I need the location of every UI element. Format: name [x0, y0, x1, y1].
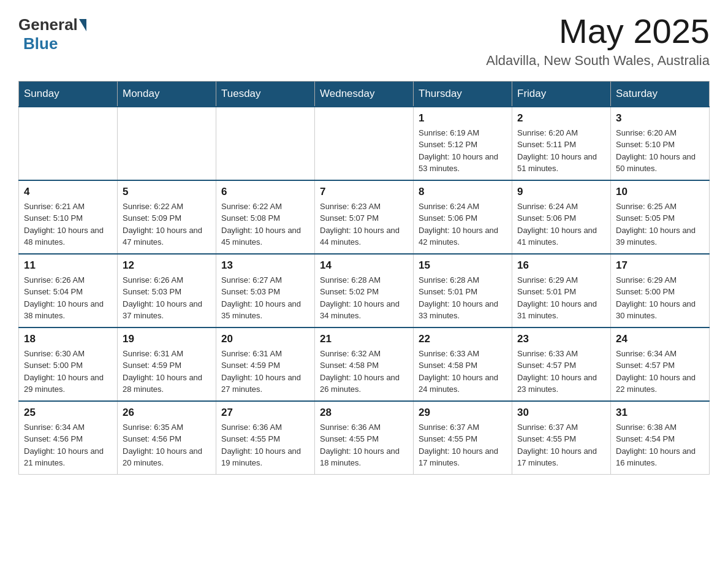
table-row: 19Sunrise: 6:31 AMSunset: 4:59 PMDayligh… [118, 327, 216, 401]
table-row: 30Sunrise: 6:37 AMSunset: 4:55 PMDayligh… [512, 401, 611, 475]
table-row: 12Sunrise: 6:26 AMSunset: 5:03 PMDayligh… [118, 254, 216, 327]
day-number: 29 [419, 407, 507, 419]
day-number: 15 [419, 259, 507, 272]
day-info: Sunrise: 6:29 AMSunset: 5:00 PMDaylight:… [616, 274, 704, 322]
day-number: 12 [123, 259, 211, 272]
location-subtitle: Aldavilla, New South Wales, Australia [486, 53, 710, 69]
logo: General Blue [18, 12, 88, 53]
day-info: Sunrise: 6:37 AMSunset: 4:55 PMDaylight:… [419, 421, 507, 469]
table-row: 7Sunrise: 6:23 AMSunset: 5:07 PMDaylight… [315, 180, 414, 254]
day-info: Sunrise: 6:20 AMSunset: 5:11 PMDaylight:… [517, 127, 605, 175]
day-info: Sunrise: 6:24 AMSunset: 5:06 PMDaylight:… [419, 201, 507, 248]
day-info: Sunrise: 6:22 AMSunset: 5:08 PMDaylight:… [221, 201, 309, 248]
day-number: 7 [320, 186, 408, 198]
table-row: 24Sunrise: 6:34 AMSunset: 4:57 PMDayligh… [611, 327, 710, 401]
day-info: Sunrise: 6:27 AMSunset: 5:03 PMDaylight:… [221, 274, 309, 322]
day-number: 19 [123, 333, 211, 345]
day-info: Sunrise: 6:24 AMSunset: 5:06 PMDaylight:… [517, 201, 605, 248]
table-row: 9Sunrise: 6:24 AMSunset: 5:06 PMDaylight… [512, 180, 611, 254]
table-row: 5Sunrise: 6:22 AMSunset: 5:09 PMDaylight… [118, 180, 216, 254]
day-number: 2 [517, 112, 605, 124]
table-row: 2Sunrise: 6:20 AMSunset: 5:11 PMDaylight… [512, 107, 611, 180]
calendar-week-row: 1Sunrise: 6:19 AMSunset: 5:12 PMDaylight… [19, 107, 710, 180]
table-row: 10Sunrise: 6:25 AMSunset: 5:05 PMDayligh… [611, 180, 710, 254]
col-tuesday: Tuesday [216, 81, 315, 107]
day-number: 14 [320, 259, 408, 272]
day-number: 26 [123, 407, 211, 419]
col-wednesday: Wednesday [315, 81, 414, 107]
table-row: 3Sunrise: 6:20 AMSunset: 5:10 PMDaylight… [611, 107, 710, 180]
day-number: 23 [517, 333, 605, 345]
table-row: 31Sunrise: 6:38 AMSunset: 4:54 PMDayligh… [611, 401, 710, 475]
col-sunday: Sunday [19, 81, 118, 107]
table-row: 17Sunrise: 6:29 AMSunset: 5:00 PMDayligh… [611, 254, 710, 327]
col-monday: Monday [118, 81, 216, 107]
day-info: Sunrise: 6:28 AMSunset: 5:01 PMDaylight:… [419, 274, 507, 322]
day-info: Sunrise: 6:36 AMSunset: 4:55 PMDaylight:… [221, 421, 309, 469]
day-info: Sunrise: 6:36 AMSunset: 4:55 PMDaylight:… [320, 421, 408, 469]
logo-blue-text: Blue [23, 34, 58, 53]
day-number: 21 [320, 333, 408, 345]
logo-general-text: General [18, 15, 78, 34]
calendar-week-row: 4Sunrise: 6:21 AMSunset: 5:10 PMDaylight… [19, 180, 710, 254]
table-row [315, 107, 414, 180]
day-info: Sunrise: 6:26 AMSunset: 5:04 PMDaylight:… [24, 274, 112, 322]
table-row: 26Sunrise: 6:35 AMSunset: 4:56 PMDayligh… [118, 401, 216, 475]
table-row: 18Sunrise: 6:30 AMSunset: 5:00 PMDayligh… [19, 327, 118, 401]
col-thursday: Thursday [414, 81, 512, 107]
day-info: Sunrise: 6:31 AMSunset: 4:59 PMDaylight:… [221, 348, 309, 396]
day-number: 13 [221, 259, 309, 272]
table-row: 1Sunrise: 6:19 AMSunset: 5:12 PMDaylight… [414, 107, 512, 180]
day-info: Sunrise: 6:34 AMSunset: 4:57 PMDaylight:… [616, 348, 704, 396]
page-header: General Blue May 2025 Aldavilla, New Sou… [18, 12, 710, 69]
day-info: Sunrise: 6:20 AMSunset: 5:10 PMDaylight:… [616, 127, 704, 175]
table-row [118, 107, 216, 180]
col-saturday: Saturday [611, 81, 710, 107]
day-number: 6 [221, 186, 309, 198]
table-row: 28Sunrise: 6:36 AMSunset: 4:55 PMDayligh… [315, 401, 414, 475]
table-row: 23Sunrise: 6:33 AMSunset: 4:57 PMDayligh… [512, 327, 611, 401]
table-row [216, 107, 315, 180]
table-row: 6Sunrise: 6:22 AMSunset: 5:08 PMDaylight… [216, 180, 315, 254]
day-number: 16 [517, 259, 605, 272]
table-row: 11Sunrise: 6:26 AMSunset: 5:04 PMDayligh… [19, 254, 118, 327]
day-number: 8 [419, 186, 507, 198]
day-number: 30 [517, 407, 605, 419]
title-section: May 2025 Aldavilla, New South Wales, Aus… [486, 12, 710, 69]
calendar-table: Sunday Monday Tuesday Wednesday Thursday… [18, 81, 710, 475]
table-row: 25Sunrise: 6:34 AMSunset: 4:56 PMDayligh… [19, 401, 118, 475]
table-row: 21Sunrise: 6:32 AMSunset: 4:58 PMDayligh… [315, 327, 414, 401]
day-info: Sunrise: 6:37 AMSunset: 4:55 PMDaylight:… [517, 421, 605, 469]
calendar-week-row: 11Sunrise: 6:26 AMSunset: 5:04 PMDayligh… [19, 254, 710, 327]
table-row: 29Sunrise: 6:37 AMSunset: 4:55 PMDayligh… [414, 401, 512, 475]
table-row: 22Sunrise: 6:33 AMSunset: 4:58 PMDayligh… [414, 327, 512, 401]
table-row [19, 107, 118, 180]
day-number: 24 [616, 333, 704, 345]
day-number: 28 [320, 407, 408, 419]
day-number: 11 [24, 259, 112, 272]
col-friday: Friday [512, 81, 611, 107]
table-row: 13Sunrise: 6:27 AMSunset: 5:03 PMDayligh… [216, 254, 315, 327]
day-number: 22 [419, 333, 507, 345]
day-info: Sunrise: 6:35 AMSunset: 4:56 PMDaylight:… [123, 421, 211, 469]
day-number: 18 [24, 333, 112, 345]
day-info: Sunrise: 6:23 AMSunset: 5:07 PMDaylight:… [320, 201, 408, 248]
day-info: Sunrise: 6:32 AMSunset: 4:58 PMDaylight:… [320, 348, 408, 396]
day-number: 20 [221, 333, 309, 345]
day-number: 31 [616, 407, 704, 419]
day-number: 17 [616, 259, 704, 272]
day-number: 4 [24, 186, 112, 198]
table-row: 16Sunrise: 6:29 AMSunset: 5:01 PMDayligh… [512, 254, 611, 327]
logo-arrow-icon [79, 19, 86, 31]
table-row: 14Sunrise: 6:28 AMSunset: 5:02 PMDayligh… [315, 254, 414, 327]
day-number: 5 [123, 186, 211, 198]
calendar-header-row: Sunday Monday Tuesday Wednesday Thursday… [19, 81, 710, 107]
day-info: Sunrise: 6:33 AMSunset: 4:57 PMDaylight:… [517, 348, 605, 396]
day-info: Sunrise: 6:26 AMSunset: 5:03 PMDaylight:… [123, 274, 211, 322]
calendar-week-row: 25Sunrise: 6:34 AMSunset: 4:56 PMDayligh… [19, 401, 710, 475]
day-number: 10 [616, 186, 704, 198]
day-info: Sunrise: 6:28 AMSunset: 5:02 PMDaylight:… [320, 274, 408, 322]
month-title: May 2025 [486, 12, 710, 50]
day-number: 27 [221, 407, 309, 419]
day-info: Sunrise: 6:38 AMSunset: 4:54 PMDaylight:… [616, 421, 704, 469]
